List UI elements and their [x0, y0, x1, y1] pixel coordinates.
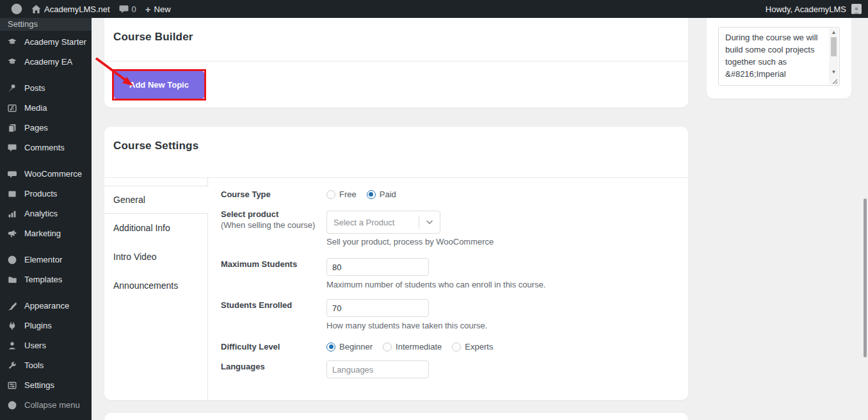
wrench-icon [6, 361, 19, 370]
sidebar-item-users[interactable]: Users [0, 335, 92, 355]
radio-label: Beginner [339, 342, 373, 351]
wordpress-logo-menu[interactable] [6, 0, 27, 18]
radio-circle-selected [367, 190, 376, 199]
products-icon [6, 190, 19, 198]
radio-free[interactable]: Free [326, 190, 357, 199]
divider [104, 61, 688, 61]
radio-circle [326, 190, 335, 199]
scroll-down-icon[interactable]: ▼ [832, 68, 837, 76]
graduation-cap-icon [6, 58, 19, 67]
comment-bubble-icon [119, 4, 129, 14]
sidebar-item-woocommerce[interactable]: Woo WooCommerce [0, 164, 92, 184]
sidebar-item-label: Academy EA [24, 57, 72, 67]
plug-icon [6, 321, 19, 330]
sidebar-item-appearance[interactable]: Appearance [0, 296, 92, 316]
new-content-menu[interactable]: + New [141, 0, 175, 18]
languages-input[interactable] [326, 360, 429, 378]
scroll-up-icon[interactable]: ▲ [832, 28, 837, 36]
pushpin-icon [6, 84, 19, 93]
comments-count: 0 [132, 4, 136, 14]
students-enrolled-input[interactable] [326, 299, 429, 317]
sidebar-item-label: Users [24, 341, 46, 350]
course-type-label: Course Type [221, 190, 271, 199]
sidebar-item-label: Tools [24, 360, 44, 370]
course-settings-card: Course Settings General Additional Info … [104, 127, 688, 400]
excerpt-line: build some cool projects [725, 44, 824, 56]
sidebar-item-elementor[interactable]: Elementor [0, 250, 92, 270]
radio-circle-selected [326, 343, 335, 351]
excerpt-line: together such as [725, 56, 824, 68]
radio-circle [383, 343, 392, 351]
select-product-sublabel: (When selling the course) [221, 220, 315, 230]
sidebar-item-label: Analytics [24, 209, 58, 218]
radio-circle [452, 343, 461, 351]
sidebar-submenu-header[interactable]: Settings [0, 18, 92, 31]
media-icon [6, 104, 19, 113]
sidebar-item-posts[interactable]: Posts [0, 78, 92, 98]
excerpt-card: During the course we will build some coo… [707, 18, 851, 99]
sidebar-item-label: Academy Starter [24, 37, 86, 47]
radio-intermediate[interactable]: Intermediate [383, 342, 442, 351]
admin-sidebar: Settings Academy Starter Academy EA Post… [0, 18, 92, 420]
radio-label: Paid [380, 190, 396, 199]
tab-intro-video[interactable]: Intro Video [104, 243, 208, 271]
languages-label: Languages [221, 362, 265, 371]
maximum-students-help: Maximum number of students who can enrol… [326, 280, 546, 289]
sidebar-item-tools[interactable]: Tools [0, 355, 92, 375]
sidebar-item-label: Appearance [24, 301, 69, 311]
sidebar-item-comments[interactable]: Comments [0, 138, 92, 158]
sidebar-item-products[interactable]: Products [0, 184, 92, 204]
home-icon [31, 4, 41, 14]
excerpt-line: &#8216;Imperial [725, 68, 824, 80]
comments-shortcut[interactable]: 0 [115, 0, 141, 18]
sidebar-item-label: Marketing [24, 229, 61, 238]
excerpt-text: During the course we will build some coo… [719, 28, 839, 80]
tab-general[interactable]: General [104, 186, 209, 214]
sidebar-item-analytics[interactable]: Analytics [0, 204, 92, 223]
sidebar-item-label: Media [24, 103, 47, 113]
sidebar-item-marketing[interactable]: Marketing [0, 223, 92, 243]
sidebar-item-academy-ea[interactable]: Academy EA [0, 52, 92, 72]
radio-paid[interactable]: Paid [367, 190, 396, 199]
admin-bar: AcademyLMS.net 0 + New Howdy, AcademyLMS [0, 0, 868, 18]
megaphone-icon [6, 229, 19, 238]
resize-handle-icon[interactable] [832, 78, 838, 85]
sidebar-item-pages[interactable]: Pages [0, 118, 92, 138]
site-link[interactable]: AcademyLMS.net [27, 0, 115, 18]
site-name: AcademyLMS.net [44, 4, 110, 14]
sidebar-item-settings[interactable]: Settings [0, 375, 92, 395]
students-enrolled-label: Students Enrolled [221, 300, 292, 310]
sidebar-item-label: Collapse menu [24, 400, 80, 410]
excerpt-textarea[interactable]: During the course we will build some coo… [718, 27, 840, 86]
howdy-account-menu[interactable]: Howdy, AcademyLMS [766, 4, 846, 14]
add-new-topic-button[interactable]: Add New Topic [114, 71, 204, 99]
radio-label: Intermediate [396, 342, 442, 351]
sidebar-item-label: Templates [24, 275, 62, 284]
sidebar-item-plugins[interactable]: Plugins [0, 316, 92, 335]
excerpt-line: During the course we will [725, 31, 824, 44]
sidebar-item-label: Comments [24, 143, 65, 152]
scrollbar-thumb[interactable] [831, 37, 837, 56]
textarea-scrollbar[interactable]: ▲ ▼ [829, 28, 839, 85]
select-product-dropdown[interactable]: Select a Product [326, 211, 440, 234]
sidebar-item-label: WooCommerce [24, 169, 82, 179]
sidebar-item-templates[interactable]: Templates [0, 270, 92, 289]
radio-beginner[interactable]: Beginner [326, 342, 373, 351]
tab-announcements[interactable]: Announcements [104, 271, 208, 300]
tab-additional-info[interactable]: Additional Info [104, 214, 208, 243]
maximum-students-input[interactable] [326, 258, 429, 276]
svg-text:Woo: Woo [9, 172, 15, 175]
comment-icon [6, 143, 19, 152]
maximum-students-label: Maximum Students [221, 259, 297, 269]
graduation-cap-icon [6, 38, 19, 47]
wordpress-logo-icon [11, 3, 22, 15]
sidebar-item-collapse-menu[interactable]: Collapse menu [0, 395, 92, 415]
sidebar-item-media[interactable]: Media [0, 98, 92, 118]
sidebar-item-academy-starter[interactable]: Academy Starter [0, 32, 92, 52]
analytics-icon [6, 209, 19, 218]
radio-experts[interactable]: Experts [452, 342, 493, 351]
page-scrollbar-thumb[interactable] [864, 198, 867, 357]
sidebar-item-label: Elementor [24, 255, 62, 264]
difficulty-level-radios: Beginner Intermediate Experts [326, 342, 493, 351]
avatar[interactable] [851, 4, 862, 14]
